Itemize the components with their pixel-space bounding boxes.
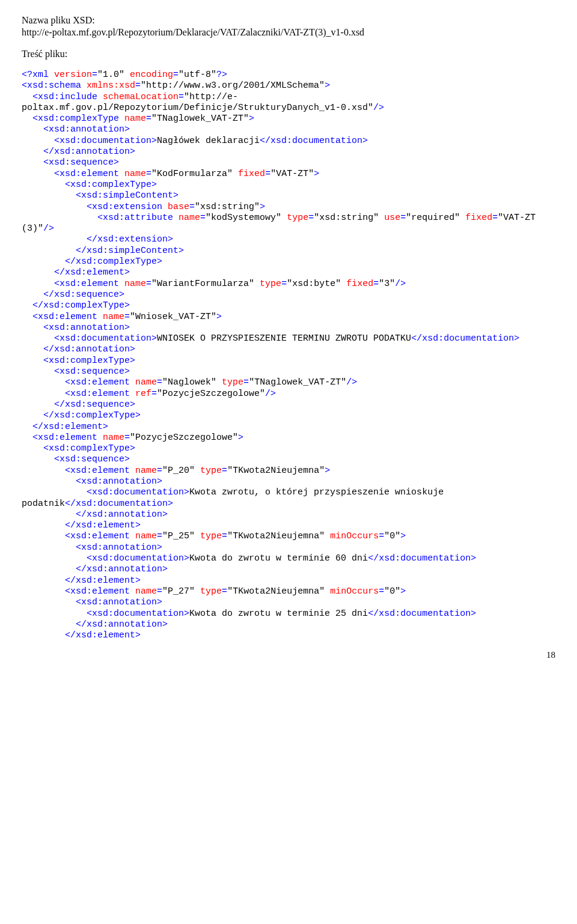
page-number: 18 [22, 649, 555, 661]
xsd-code-block: <?xml version="1.0" encoding="utf-8"?> <… [22, 70, 555, 641]
file-content-label: Treść pliku: [22, 48, 555, 60]
xsd-filename-url: http://e-poltax.mf.gov.pl/Repozytorium/D… [22, 26, 555, 38]
xsd-filename-label: Nazwa pliku XSD: [22, 14, 555, 26]
